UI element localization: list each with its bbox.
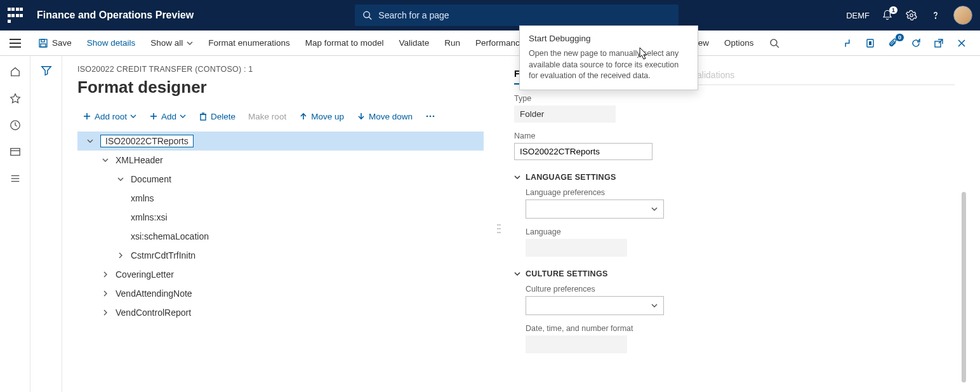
content-area: ISO20022 CREDIT TRANSFER (CONTOSO) : 1 F… <box>0 56 980 392</box>
svg-point-37 <box>500 232 501 233</box>
link-icon[interactable] <box>840 36 854 50</box>
app-launcher-icon[interactable] <box>8 8 23 23</box>
toolbar-search-button[interactable] <box>762 30 787 56</box>
favorites-icon[interactable] <box>8 91 22 105</box>
global-search[interactable] <box>355 4 679 26</box>
save-button[interactable]: Save <box>30 30 79 56</box>
expand-icon[interactable] <box>100 308 110 318</box>
tree-node[interactable]: VendControlReport <box>77 303 484 322</box>
home-icon[interactable] <box>8 65 22 79</box>
format-enumerations-button[interactable]: Format enumerations <box>201 30 297 56</box>
show-details-button[interactable]: Show details <box>79 30 143 56</box>
filter-column <box>30 56 62 392</box>
type-value: Folder <box>514 105 616 123</box>
close-icon[interactable] <box>955 36 969 50</box>
tree-actions: Add root Add Delete Make root Move up <box>77 109 484 124</box>
expand-icon[interactable] <box>116 250 126 260</box>
tree-node[interactable]: VendAttendingNote <box>77 284 484 303</box>
arrow-down-icon <box>357 112 366 121</box>
collapse-icon[interactable] <box>85 136 95 146</box>
settings-icon[interactable] <box>905 9 918 22</box>
collapse-icon <box>514 271 520 277</box>
svg-point-2 <box>910 14 913 17</box>
expand-icon[interactable] <box>100 288 110 299</box>
breadcrumb: ISO20022 CREDIT TRANSFER (CONTOSO) : 1 <box>77 65 484 74</box>
move-down-button[interactable]: Move down <box>352 109 418 124</box>
language-preferences-label: Language preferences <box>526 188 955 197</box>
format-tree: ISO20022CTReports XMLHeader Document xml… <box>77 132 484 322</box>
refresh-icon[interactable] <box>909 36 923 50</box>
tree-node-label: Document <box>131 174 171 184</box>
make-root-button: Make root <box>243 109 291 124</box>
date-format-label: Date, time, and number format <box>526 324 955 333</box>
search-icon <box>362 10 372 20</box>
delete-button[interactable]: Delete <box>194 109 241 124</box>
add-button[interactable]: Add <box>144 109 191 124</box>
map-format-to-model-button[interactable]: Map format to model <box>298 30 392 56</box>
svg-point-30 <box>430 116 432 118</box>
more-actions-button[interactable] <box>420 109 440 124</box>
tree-node-label: CoveringLetter <box>116 269 174 280</box>
tree-node[interactable]: CstmrCdtTrfInitn <box>77 246 484 265</box>
tree-node-label: xmlns <box>131 193 154 203</box>
collapse-icon[interactable] <box>100 155 110 165</box>
notifications-icon[interactable]: 1 <box>881 9 894 22</box>
nav-toggle-icon[interactable] <box>10 39 21 48</box>
app-title: Finance and Operations Preview <box>37 10 194 21</box>
office-icon[interactable] <box>863 36 877 50</box>
tree-node-label: XMLHeader <box>116 155 163 165</box>
move-up-button[interactable]: Move up <box>294 109 349 124</box>
tree-node-label: xsi:schemaLocation <box>131 231 209 241</box>
filter-icon[interactable] <box>41 65 52 392</box>
options-button[interactable]: Options <box>717 30 762 56</box>
svg-point-29 <box>427 116 428 118</box>
popout-icon[interactable] <box>932 36 946 50</box>
name-input[interactable] <box>514 143 652 160</box>
tree-node-root[interactable]: ISO20022CTReports <box>77 132 484 151</box>
type-label: Type <box>514 94 955 103</box>
collapse-icon[interactable] <box>116 174 126 184</box>
help-icon[interactable] <box>929 9 942 22</box>
tree-node[interactable]: XMLHeader <box>77 151 484 170</box>
svg-point-31 <box>433 116 435 118</box>
svg-point-9 <box>771 39 777 46</box>
add-root-button[interactable]: Add root <box>77 109 142 124</box>
search-input[interactable] <box>378 10 671 20</box>
expand-icon[interactable] <box>100 269 110 280</box>
language-settings-header[interactable]: LANGUAGE SETTINGS <box>514 173 955 182</box>
svg-line-1 <box>369 17 372 20</box>
svg-line-10 <box>776 45 779 48</box>
splitter-handle[interactable] <box>496 65 501 392</box>
svg-rect-6 <box>41 44 46 47</box>
tree-node[interactable]: Document <box>77 170 484 189</box>
ellipsis-icon <box>425 111 435 121</box>
tree-node[interactable]: xsi:schemaLocation <box>77 227 484 246</box>
chevron-down-icon <box>187 40 193 46</box>
company-selector[interactable]: DEMF <box>846 11 870 20</box>
validate-button[interactable]: Validate <box>391 30 437 56</box>
recent-icon[interactable] <box>8 118 22 132</box>
language-preferences-select[interactable] <box>526 199 664 219</box>
tree-node[interactable]: xmlns <box>77 189 484 208</box>
show-all-button[interactable]: Show all <box>143 30 201 56</box>
culture-preferences-select[interactable] <box>526 296 664 315</box>
modules-icon[interactable] <box>8 172 22 186</box>
notification-badge: 1 <box>889 6 897 14</box>
global-header: Finance and Operations Preview DEMF 1 <box>0 0 980 30</box>
culture-settings-header[interactable]: CULTURE SETTINGS <box>514 269 955 278</box>
workspaces-icon[interactable] <box>8 145 22 159</box>
user-avatar[interactable] <box>953 6 972 25</box>
language-value <box>526 239 627 257</box>
tree-node[interactable]: CoveringLetter <box>77 265 484 284</box>
scrollbar[interactable] <box>962 192 966 382</box>
collapse-icon <box>514 174 520 180</box>
svg-point-35 <box>500 228 501 229</box>
svg-point-34 <box>498 228 499 229</box>
attachments-icon[interactable]: 0 <box>886 36 900 50</box>
search-icon <box>769 38 779 48</box>
tree-node[interactable]: xmlns:xsi <box>77 208 484 227</box>
right-pane: Format Mapping Transformations Validatio… <box>514 65 967 392</box>
run-button[interactable]: Run <box>437 30 468 56</box>
attachment-count-badge: 0 <box>896 34 904 41</box>
tree-node-label: VendAttendingNote <box>116 288 192 299</box>
